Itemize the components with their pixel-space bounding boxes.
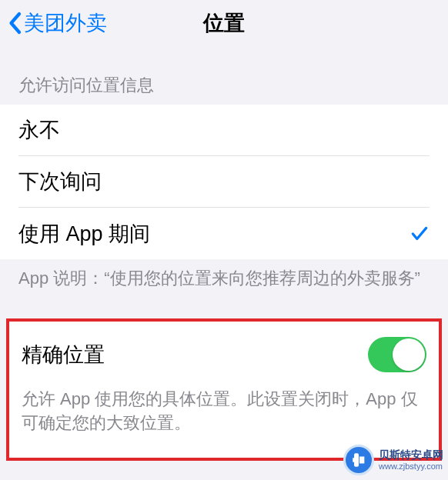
watermark-url: www.zjbstyy.com [379, 462, 443, 472]
watermark: 贝斯特安卓网 www.zjbstyy.com [343, 445, 443, 475]
precise-location-toggle[interactable] [368, 337, 426, 372]
section-footer-app-description: App 说明：“使用您的位置来向您推荐周边的外卖服务” [0, 259, 448, 291]
precise-location-row: 精确位置 [9, 322, 439, 380]
section-header-location: 允许访问位置信息 [0, 46, 448, 105]
precise-location-highlight: 精确位置 允许 App 使用您的具体位置。此设置关闭时，App 仅可确定您的大致… [6, 318, 442, 462]
option-label: 下次询问 [18, 168, 102, 195]
watermark-name: 贝斯特安卓网 [379, 448, 443, 461]
location-options-list: 永不 下次询问 使用 App 期间 [0, 105, 448, 259]
option-label: 使用 App 期间 [18, 220, 150, 248]
option-ask-next-time[interactable]: 下次询问 [0, 156, 448, 208]
checkmark-icon [410, 224, 430, 244]
back-button[interactable]: 美团外卖 [8, 9, 107, 37]
option-while-using[interactable]: 使用 App 期间 [0, 208, 448, 259]
option-never[interactable]: 永不 [0, 105, 448, 156]
option-label: 永不 [18, 116, 60, 144]
precise-location-footer: 允许 App 使用您的具体位置。此设置关闭时，App 仅可确定您的大致位置。 [9, 380, 439, 435]
page-title: 位置 [203, 9, 245, 37]
precise-location-label: 精确位置 [22, 341, 105, 368]
nav-bar: 美团外卖 位置 [0, 0, 448, 46]
chevron-left-icon [8, 12, 22, 35]
watermark-text: 贝斯特安卓网 www.zjbstyy.com [379, 448, 443, 472]
watermark-logo-icon [343, 445, 374, 475]
toggle-knob [393, 338, 425, 371]
back-label: 美团外卖 [24, 9, 107, 37]
